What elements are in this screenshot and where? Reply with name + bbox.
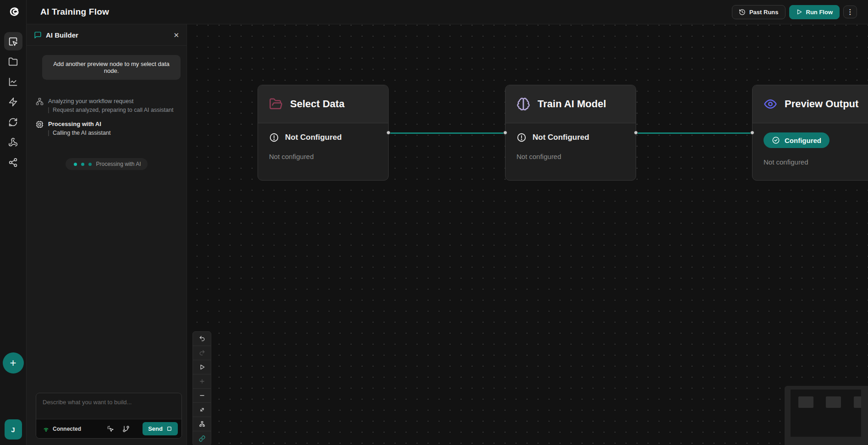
zoom-out-button[interactable]: [193, 389, 211, 403]
cpu-icon: [36, 121, 44, 128]
rail-item-actions[interactable]: [4, 93, 22, 111]
stop-square-icon: [166, 426, 172, 432]
redo-icon: [199, 350, 205, 356]
rail-item-share[interactable]: [4, 153, 22, 171]
check-circle-icon: [772, 136, 780, 144]
flow-canvas[interactable]: Select Data Not Configured Not configure…: [187, 24, 868, 445]
prompt-input[interactable]: [36, 393, 181, 417]
alert-circle-icon: [269, 132, 279, 143]
eye-icon: [764, 97, 777, 111]
user-avatar[interactable]: J: [5, 419, 22, 440]
minimap[interactable]: [785, 386, 868, 445]
node-status-label: Configured: [785, 137, 821, 144]
plus-icon: +: [10, 357, 16, 369]
close-panel-button[interactable]: ✕: [173, 32, 179, 38]
refresh-icon: [8, 117, 18, 127]
minimap-node: [826, 396, 841, 408]
sitemap-icon: [199, 421, 205, 427]
user-message-bubble: Add another preview node to my select da…: [42, 55, 181, 80]
step-connector: [48, 130, 49, 136]
node-header: Preview Output: [753, 85, 868, 123]
fit-view-button[interactable]: [193, 403, 211, 417]
zap-icon: [8, 97, 18, 107]
node-status: Not Configured: [269, 132, 377, 143]
square-mouse-pointer-icon: [8, 37, 18, 46]
chat-area: Add another preview node to my select da…: [27, 46, 187, 445]
node-status-label: Not Configured: [533, 133, 589, 142]
more-options-button[interactable]: ⋮: [843, 5, 857, 18]
redo-button[interactable]: [193, 346, 211, 360]
node-title: Train AI Model: [538, 98, 606, 110]
rail-nav: [4, 32, 22, 171]
node-title: Preview Output: [785, 98, 858, 110]
step-connector: [48, 107, 49, 113]
node-train-ai-model[interactable]: Train AI Model Not Configured Not config…: [505, 85, 636, 181]
loading-dot: [81, 163, 84, 166]
node-preview-output[interactable]: Preview Output Configured Not configured: [752, 85, 868, 181]
handle-trainmodel-out[interactable]: [634, 131, 638, 135]
node-status-label: Not Configured: [285, 133, 342, 142]
step-title: Analyzing your workflow request: [48, 97, 173, 105]
auto-layout-button[interactable]: [193, 417, 211, 431]
configured-badge: Configured: [764, 132, 830, 148]
wifi-icon: [43, 425, 49, 432]
minimap-node: [798, 396, 813, 408]
app-logo-icon: [5, 5, 21, 20]
rail-item-select-tool[interactable]: [4, 32, 22, 50]
run-button[interactable]: [193, 360, 211, 374]
rail-item-files[interactable]: [4, 52, 22, 71]
play-icon: [199, 364, 205, 370]
past-runs-button[interactable]: Past Runs: [732, 5, 786, 19]
node-header: Select Data: [258, 85, 388, 123]
minimap-viewport: [791, 390, 861, 437]
undo-icon: [199, 335, 205, 342]
play-icon: [796, 9, 802, 15]
main-area: AI Training Flow Past Runs Run Flow ⋮: [27, 0, 868, 445]
left-rail: + J: [0, 0, 27, 445]
network-icon: [36, 98, 44, 105]
handle-previewoutput-in[interactable]: [750, 131, 754, 135]
link-icon: [199, 435, 205, 442]
run-flow-label: Run Flow: [806, 9, 833, 16]
send-button[interactable]: Send: [143, 422, 178, 435]
undo-button[interactable]: [193, 332, 211, 346]
avatar-initial: J: [11, 426, 15, 434]
composer-toolbar: Connected Send: [36, 419, 181, 438]
run-flow-button[interactable]: Run Flow: [789, 5, 840, 19]
line-chart-icon: [8, 77, 18, 87]
rail-item-integrations[interactable]: [4, 133, 22, 151]
loading-dot: [88, 163, 92, 166]
pointer-click-button[interactable]: [104, 423, 117, 435]
handle-trainmodel-in[interactable]: [503, 131, 507, 135]
past-runs-label: Past Runs: [749, 9, 779, 16]
prompt-composer: Connected Send: [36, 393, 182, 439]
node-status: Not Configured: [516, 132, 625, 143]
connection-status: Connected: [43, 425, 81, 432]
topbar: AI Training Flow Past Runs Run Flow ⋮: [27, 0, 868, 24]
node-body: Not Configured Not configured: [258, 123, 388, 170]
kebab-icon: ⋮: [847, 8, 854, 16]
topbar-actions: Past Runs Run Flow ⋮: [732, 5, 857, 19]
node-header: Train AI Model: [505, 85, 636, 123]
handle-selectdata-out[interactable]: [386, 131, 390, 135]
node-subtext: Not configured: [764, 158, 868, 166]
zoom-in-button[interactable]: [193, 374, 211, 389]
mouse-pointer-click-icon: [107, 425, 114, 433]
workflow-step-2: Processing with AI Calling the AI assist…: [36, 120, 179, 137]
branch-button[interactable]: [120, 423, 132, 435]
link-button[interactable]: [193, 431, 211, 445]
send-label: Send: [148, 425, 163, 432]
node-select-data[interactable]: Select Data Not Configured Not configure…: [258, 85, 389, 181]
webhook-icon: [8, 137, 18, 147]
close-icon: ✕: [173, 31, 179, 39]
folder-icon: [8, 57, 18, 66]
node-subtext: Not configured: [269, 153, 377, 160]
loading-dot: [74, 163, 77, 166]
rail-item-analytics[interactable]: [4, 72, 22, 91]
folder-open-icon: [269, 97, 283, 111]
ai-builder-panel: AI Builder ✕ Add another preview node to…: [27, 24, 187, 445]
minus-icon: [199, 392, 205, 399]
rail-item-sync[interactable]: [4, 113, 22, 131]
add-node-button[interactable]: +: [3, 352, 24, 374]
edge-trainmodel-previewoutput: [636, 132, 752, 134]
